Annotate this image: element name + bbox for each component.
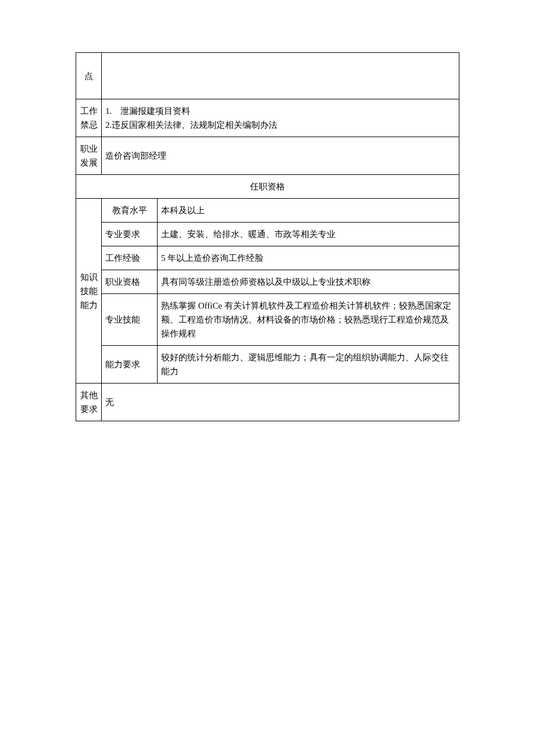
ability-value: 较好的统计分析能力、逻辑思维能力；具有一定的组织协调能力、人际交往能力 — [158, 346, 459, 384]
section-header-qualifications: 任职资格 — [76, 175, 459, 199]
education-value: 本科及以上 — [158, 199, 459, 223]
row-label-knowledge-skills: 知识技能能力 — [76, 199, 102, 384]
career-dev-content: 造价咨询部经理 — [102, 137, 459, 175]
sub-label-qualification: 职业资格 — [102, 270, 158, 294]
job-qualification-table: 点 工作禁忌 1. 泄漏报建项目资料 2.违反国家相关法律、法规制定相关编制办法… — [76, 52, 459, 421]
sub-label-skills: 专业技能 — [102, 294, 158, 346]
row-label-career-dev: 职业发展 — [76, 137, 102, 175]
other-value: 无 — [102, 384, 459, 421]
work-taboo-line1: 1. 泄漏报建项目资料 — [105, 104, 455, 118]
work-taboo-line2: 2.违反国家相关法律、法规制定相关编制办法 — [105, 118, 455, 132]
work-taboo-content: 1. 泄漏报建项目资料 2.违反国家相关法律、法规制定相关编制办法 — [102, 99, 459, 137]
sub-label-major: 专业要求 — [102, 223, 158, 246]
skills-value: 熟练掌握 OffiCe 有关计算机软件及工程造价相关计算机软件；较熟悉国家定额、… — [158, 294, 459, 346]
sub-label-education: 教育水平 — [102, 199, 158, 223]
sub-label-ability: 能力要求 — [102, 346, 158, 384]
row-label-point: 点 — [76, 53, 102, 99]
major-value: 土建、安装、给排水、暖通、市政等相关专业 — [158, 223, 459, 246]
point-content — [102, 53, 459, 99]
row-label-work-taboo: 工作禁忌 — [76, 99, 102, 137]
qualification-value: 具有同等级注册造价师资格以及中级以上专业技术职称 — [158, 270, 459, 294]
sub-label-experience: 工作经验 — [102, 246, 158, 270]
row-label-other: 其他要求 — [76, 384, 102, 421]
experience-value: 5 年以上造价咨询工作经脸 — [158, 246, 459, 270]
